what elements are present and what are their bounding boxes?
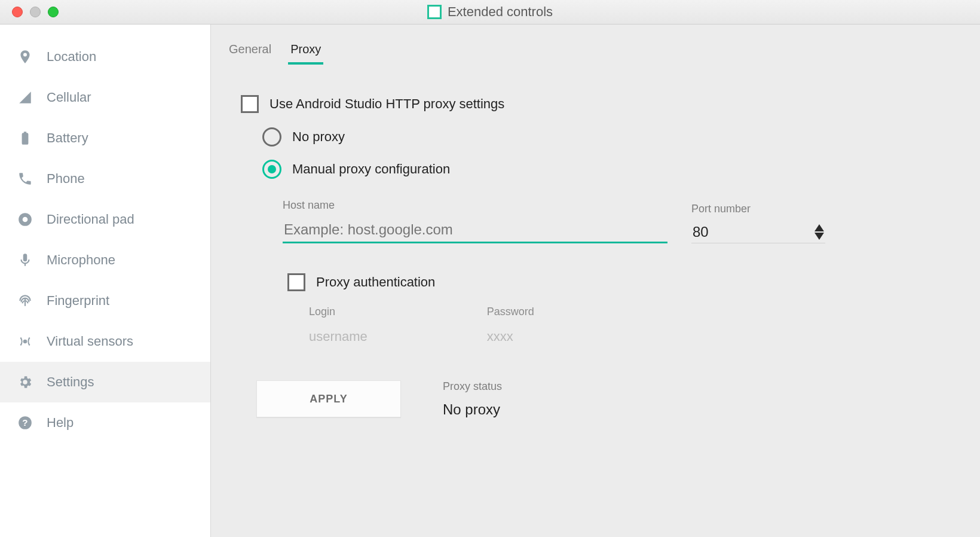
sensors-icon bbox=[17, 333, 33, 350]
sidebar-item-label: Fingerprint bbox=[47, 293, 109, 309]
radio-manual-proxy-label: Manual proxy configuration bbox=[292, 161, 450, 177]
sidebar-item-label: Settings bbox=[47, 374, 94, 390]
port-field: Port number 80 bbox=[691, 203, 825, 243]
proxy-auth-row[interactable]: Proxy authentication bbox=[287, 273, 950, 291]
password-field: Password xxxx bbox=[487, 306, 534, 344]
traffic-lights bbox=[0, 7, 59, 17]
login-placeholder: username bbox=[309, 329, 368, 344]
app-icon bbox=[427, 5, 442, 19]
radio-no-proxy-row[interactable]: No proxy bbox=[262, 127, 950, 147]
sidebar-item-microphone[interactable]: Microphone bbox=[0, 240, 210, 280]
settings-tabs: General Proxy bbox=[226, 42, 950, 65]
svg-point-1 bbox=[23, 217, 28, 222]
proxy-status-value: No proxy bbox=[443, 401, 502, 418]
radio-no-proxy[interactable] bbox=[262, 127, 281, 147]
window-title: Extended controls bbox=[0, 4, 980, 20]
tab-general[interactable]: General bbox=[226, 42, 274, 65]
sidebar-item-battery[interactable]: Battery bbox=[0, 118, 210, 158]
port-label: Port number bbox=[691, 203, 825, 215]
window: Extended controls Location Cellular bbox=[0, 0, 980, 537]
password-placeholder: xxxx bbox=[487, 329, 534, 344]
proxy-mode-radios: No proxy Manual proxy configuration bbox=[241, 113, 950, 179]
sidebar-item-label: Cellular bbox=[47, 90, 91, 105]
proxy-status: Proxy status No proxy bbox=[443, 380, 502, 418]
sidebar-item-label: Location bbox=[47, 49, 96, 65]
sidebar-item-label: Battery bbox=[47, 130, 88, 146]
titlebar: Extended controls bbox=[0, 0, 980, 25]
phone-icon bbox=[17, 170, 33, 187]
login-label: Login bbox=[309, 306, 368, 318]
svg-text:?: ? bbox=[22, 417, 27, 428]
port-step-up-icon[interactable] bbox=[814, 224, 824, 231]
port-value: 80 bbox=[693, 224, 797, 240]
port-spin bbox=[814, 224, 824, 240]
sidebar-item-label: Directional pad bbox=[47, 212, 134, 227]
sidebar-item-settings[interactable]: Settings bbox=[0, 362, 210, 402]
location-icon bbox=[17, 48, 33, 65]
radio-manual-proxy-row[interactable]: Manual proxy configuration bbox=[262, 160, 950, 179]
tab-proxy[interactable]: Proxy bbox=[288, 42, 323, 65]
host-field: Host name bbox=[283, 199, 667, 243]
proxy-auth-checkbox[interactable] bbox=[287, 273, 305, 291]
zoom-window-button[interactable] bbox=[48, 7, 59, 17]
radio-manual-proxy[interactable] bbox=[262, 160, 281, 179]
proxy-auth-block: Proxy authentication Login username Pass… bbox=[241, 243, 950, 344]
proxy-auth-fields: Login username Password xxxx bbox=[287, 291, 950, 344]
battery-icon bbox=[17, 130, 33, 147]
host-label: Host name bbox=[283, 199, 667, 212]
content-pane: General Proxy Use Android Studio HTTP pr… bbox=[211, 25, 980, 537]
help-icon: ? bbox=[17, 414, 33, 431]
sidebar-item-directional-pad[interactable]: Directional pad bbox=[0, 199, 210, 240]
use-android-studio-proxy-checkbox[interactable] bbox=[241, 95, 259, 113]
sidebar-item-help[interactable]: ? Help bbox=[0, 402, 210, 443]
proxy-section: Use Android Studio HTTP proxy settings N… bbox=[226, 65, 950, 418]
window-body: Location Cellular Battery Phone bbox=[0, 25, 980, 537]
sidebar-item-location[interactable]: Location bbox=[0, 36, 210, 77]
svg-point-2 bbox=[23, 340, 27, 344]
sidebar-item-label: Help bbox=[47, 415, 74, 431]
port-step-down-icon[interactable] bbox=[814, 233, 824, 240]
sidebar-item-label: Virtual sensors bbox=[47, 334, 133, 349]
proxy-footer: APPLY Proxy status No proxy bbox=[241, 344, 950, 418]
window-title-text: Extended controls bbox=[448, 4, 553, 20]
close-window-button[interactable] bbox=[12, 7, 23, 17]
cellular-icon bbox=[17, 89, 33, 106]
proxy-host-port-fields: Host name Port number 80 bbox=[241, 179, 950, 243]
gear-icon bbox=[17, 374, 33, 390]
dpad-icon bbox=[17, 211, 33, 228]
minimize-window-button[interactable] bbox=[30, 7, 41, 17]
use-android-studio-proxy-row[interactable]: Use Android Studio HTTP proxy settings bbox=[241, 95, 950, 113]
apply-button[interactable]: APPLY bbox=[256, 380, 401, 417]
mic-icon bbox=[17, 252, 33, 268]
sidebar-item-fingerprint[interactable]: Fingerprint bbox=[0, 280, 210, 321]
host-input[interactable] bbox=[283, 218, 667, 243]
radio-no-proxy-label: No proxy bbox=[292, 129, 345, 145]
use-android-studio-proxy-label: Use Android Studio HTTP proxy settings bbox=[270, 96, 504, 112]
fingerprint-icon bbox=[17, 292, 33, 309]
sidebar-item-label: Microphone bbox=[47, 252, 115, 268]
sidebar-item-virtual-sensors[interactable]: Virtual sensors bbox=[0, 321, 210, 362]
password-label: Password bbox=[487, 306, 534, 318]
proxy-status-label: Proxy status bbox=[443, 380, 502, 393]
proxy-auth-label: Proxy authentication bbox=[316, 274, 435, 290]
sidebar: Location Cellular Battery Phone bbox=[0, 25, 211, 537]
sidebar-item-phone[interactable]: Phone bbox=[0, 158, 210, 199]
sidebar-item-label: Phone bbox=[47, 171, 85, 187]
sidebar-item-cellular[interactable]: Cellular bbox=[0, 77, 210, 118]
port-stepper[interactable]: 80 bbox=[691, 221, 825, 243]
login-field: Login username bbox=[309, 306, 368, 344]
